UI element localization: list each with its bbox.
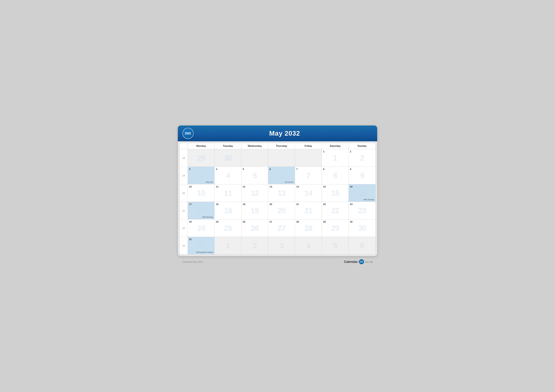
day-number: 29 <box>323 220 347 223</box>
day-watermark: 6 <box>280 171 284 180</box>
day-cell[interactable]: 11 <box>322 149 349 167</box>
day-cell[interactable]: 2222 <box>322 202 349 219</box>
day-number: 15 <box>323 185 347 188</box>
day-cell[interactable]: 99 <box>349 167 375 184</box>
day-watermark: 30 <box>358 224 366 233</box>
day-cell[interactable]: 55 <box>241 167 268 184</box>
logo: 365 <box>182 128 194 139</box>
day-cell[interactable]: 1818 <box>215 202 241 219</box>
day-cell[interactable]: 1919 <box>241 202 268 219</box>
day-cell[interactable]: 1414 <box>295 184 322 202</box>
holiday-label: Ascension <box>270 181 293 183</box>
day-cell[interactable]: 22 <box>349 149 375 167</box>
weekday-sunday: Sunday <box>349 143 375 149</box>
week-row: 222424252526262727282829293030 <box>180 219 375 237</box>
week-row: 2331Spring Bank Holiday31123456 <box>180 237 375 254</box>
day-watermark: 5 <box>253 171 257 180</box>
day-cell[interactable]: 1313 <box>268 184 295 202</box>
day-watermark: 19 <box>251 206 258 215</box>
day-watermark: 1 <box>333 154 337 162</box>
day-number: 9 <box>350 168 374 170</box>
footer-brand-pre: Calendar- <box>344 260 358 264</box>
day-cell[interactable]: 31Spring Bank Holiday31 <box>188 237 215 254</box>
day-cell[interactable]: 3 <box>268 237 295 254</box>
day-cell[interactable]: 2626 <box>241 219 268 237</box>
day-number: 14 <box>296 185 320 188</box>
day-watermark: 24 <box>197 224 205 233</box>
page-title: May 2032 <box>197 130 373 137</box>
day-cell[interactable]: 3030 <box>349 219 375 237</box>
day-cell[interactable]: 1 <box>215 237 241 254</box>
day-watermark: 9 <box>360 171 364 180</box>
day-cell[interactable]: 2020 <box>268 202 295 219</box>
day-number: 22 <box>323 203 347 206</box>
calendar-header: 365 May 2032 <box>178 126 377 141</box>
day-cell[interactable]: 1010 <box>188 184 215 202</box>
day-cell[interactable]: 2424 <box>188 219 215 237</box>
calendar-container: 365 May 2032 Monday Tuesday Wednesday Th… <box>178 126 377 256</box>
day-cell[interactable]: 2929 <box>322 219 349 237</box>
holiday-label: Whit Sunday <box>350 199 374 201</box>
week-number: 20 <box>180 184 188 202</box>
day-watermark: 5 <box>333 241 337 250</box>
day-cell[interactable]: 2121 <box>295 202 322 219</box>
day-cell[interactable]: 44 <box>215 167 241 184</box>
week-number: 21 <box>180 202 188 219</box>
holiday-label: May Day <box>189 181 213 183</box>
week-num-header <box>180 143 188 149</box>
day-cell[interactable]: 29 <box>188 149 215 167</box>
day-number: 2 <box>350 150 374 153</box>
week-row: 1829301122 <box>180 149 375 167</box>
logo-text: 365 <box>185 131 191 135</box>
week-row: 2010101111121213131414151516Whit Sunday1… <box>180 184 375 202</box>
day-cell[interactable] <box>295 149 322 167</box>
day-cell[interactable] <box>241 149 268 167</box>
footer-domain: .co.uk <box>364 260 373 264</box>
day-cell[interactable]: 1111 <box>215 184 241 202</box>
day-cell[interactable]: 88 <box>322 167 349 184</box>
day-watermark: 10 <box>197 189 205 197</box>
day-watermark: 25 <box>224 224 232 233</box>
day-number: 28 <box>296 220 320 223</box>
day-watermark: 29 <box>197 154 205 162</box>
day-cell[interactable]: 1515 <box>322 184 349 202</box>
week-number: 18 <box>180 149 188 167</box>
day-cell[interactable]: 17Whit Monday17 <box>188 202 215 219</box>
day-cell[interactable]: 2828 <box>295 219 322 237</box>
day-watermark: 3 <box>199 171 203 180</box>
day-number: 27 <box>270 220 293 223</box>
day-watermark: 14 <box>304 189 312 197</box>
day-number: 18 <box>216 203 240 206</box>
day-number: 24 <box>189 220 213 223</box>
week-number: 22 <box>180 219 188 237</box>
day-watermark: 11 <box>224 189 232 197</box>
day-number: 20 <box>270 203 293 206</box>
holiday-label: Spring Bank Holiday <box>189 251 213 253</box>
day-cell[interactable]: 2323 <box>349 202 375 219</box>
day-number: 23 <box>350 203 374 206</box>
day-cell[interactable]: 30 <box>215 149 241 167</box>
day-cell[interactable]: 3May Day3 <box>188 167 215 184</box>
day-watermark: 7 <box>307 171 310 180</box>
day-cell[interactable]: 77 <box>295 167 322 184</box>
day-cell[interactable]: 6 <box>349 237 375 254</box>
day-cell[interactable]: 1212 <box>241 184 268 202</box>
day-number: 17 <box>189 203 213 206</box>
day-cell[interactable]: 2525 <box>215 219 241 237</box>
week-row: 193May Day344556Ascension6778899 <box>180 167 375 184</box>
day-number: 6 <box>270 168 293 170</box>
day-cell[interactable]: 6Ascension6 <box>268 167 295 184</box>
calendar-grid: 1829301122193May Day344556Ascension67788… <box>180 149 375 254</box>
day-number: 26 <box>243 220 267 223</box>
day-cell[interactable] <box>268 149 295 167</box>
day-cell[interactable]: 2 <box>241 237 268 254</box>
day-cell[interactable]: 2727 <box>268 219 295 237</box>
footer-label: Calendar May 2032 <box>182 261 203 263</box>
day-watermark: 2 <box>253 241 257 250</box>
day-number: 11 <box>216 185 240 188</box>
day-cell[interactable]: 16Whit Sunday16 <box>349 184 375 202</box>
day-cell[interactable]: 4 <box>295 237 322 254</box>
week-number: 23 <box>180 237 188 254</box>
day-cell[interactable]: 5 <box>322 237 349 254</box>
day-watermark: 16 <box>358 189 366 197</box>
